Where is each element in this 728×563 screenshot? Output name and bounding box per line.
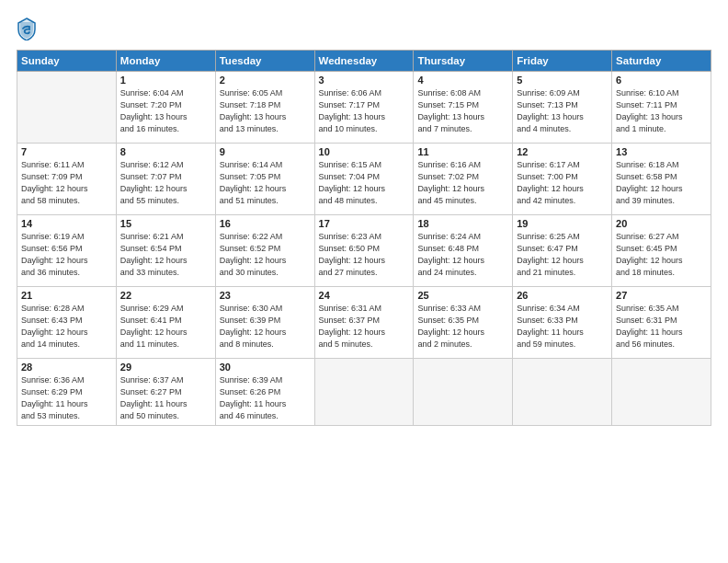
day-number: 6: [616, 75, 707, 86]
day-number: 4: [417, 75, 508, 86]
logo-icon: [17, 17, 37, 40]
day-info: Sunrise: 6:08 AM Sunset: 7:15 PM Dayligh…: [417, 87, 508, 135]
day-cell: 11Sunrise: 6:16 AM Sunset: 7:02 PM Dayli…: [414, 144, 513, 215]
col-header-friday: Friday: [513, 51, 612, 72]
day-cell: 30Sunrise: 6:39 AM Sunset: 6:26 PM Dayli…: [215, 359, 314, 426]
day-info: Sunrise: 6:29 AM Sunset: 6:41 PM Dayligh…: [120, 303, 211, 350]
day-number: 13: [616, 146, 707, 157]
day-info: Sunrise: 6:25 AM Sunset: 6:47 PM Dayligh…: [517, 231, 608, 279]
day-info: Sunrise: 6:39 AM Sunset: 6:26 PM Dayligh…: [220, 374, 311, 422]
day-info: Sunrise: 6:23 AM Sunset: 6:50 PM Dayligh…: [319, 231, 410, 279]
week-row-4: 21Sunrise: 6:28 AM Sunset: 6:43 PM Dayli…: [17, 287, 711, 359]
day-info: Sunrise: 6:18 AM Sunset: 6:58 PM Dayligh…: [616, 159, 707, 207]
day-cell: 19Sunrise: 6:25 AM Sunset: 6:47 PM Dayli…: [513, 215, 612, 287]
day-number: 25: [417, 290, 508, 301]
day-cell: 9Sunrise: 6:14 AM Sunset: 7:05 PM Daylig…: [215, 144, 314, 215]
day-number: 14: [21, 218, 112, 229]
day-info: Sunrise: 6:21 AM Sunset: 6:54 PM Dayligh…: [120, 231, 211, 279]
day-number: 29: [120, 362, 211, 373]
day-cell: 15Sunrise: 6:21 AM Sunset: 6:54 PM Dayli…: [116, 215, 215, 287]
day-cell: 8Sunrise: 6:12 AM Sunset: 7:07 PM Daylig…: [116, 144, 215, 215]
day-number: 24: [319, 290, 410, 301]
day-cell: [414, 359, 513, 426]
day-info: Sunrise: 6:06 AM Sunset: 7:17 PM Dayligh…: [319, 87, 410, 135]
day-number: 7: [21, 146, 112, 157]
day-cell: 21Sunrise: 6:28 AM Sunset: 6:43 PM Dayli…: [17, 287, 117, 359]
day-number: 27: [616, 290, 707, 301]
calendar: SundayMondayTuesdayWednesdayThursdayFrid…: [17, 50, 711, 426]
day-info: Sunrise: 6:33 AM Sunset: 6:35 PM Dayligh…: [417, 303, 508, 350]
day-number: 2: [220, 75, 311, 86]
day-info: Sunrise: 6:24 AM Sunset: 6:48 PM Dayligh…: [417, 231, 508, 279]
day-info: Sunrise: 6:10 AM Sunset: 7:11 PM Dayligh…: [616, 87, 707, 135]
day-info: Sunrise: 6:19 AM Sunset: 6:56 PM Dayligh…: [21, 231, 112, 279]
header-row: SundayMondayTuesdayWednesdayThursdayFrid…: [17, 51, 711, 72]
day-cell: 26Sunrise: 6:34 AM Sunset: 6:33 PM Dayli…: [513, 287, 612, 359]
day-info: Sunrise: 6:35 AM Sunset: 6:31 PM Dayligh…: [616, 303, 707, 350]
day-cell: [513, 359, 612, 426]
day-cell: 4Sunrise: 6:08 AM Sunset: 7:15 PM Daylig…: [414, 72, 513, 144]
day-cell: 14Sunrise: 6:19 AM Sunset: 6:56 PM Dayli…: [17, 215, 117, 287]
day-info: Sunrise: 6:28 AM Sunset: 6:43 PM Dayligh…: [21, 303, 112, 350]
day-info: Sunrise: 6:14 AM Sunset: 7:05 PM Dayligh…: [220, 159, 311, 207]
day-cell: 5Sunrise: 6:09 AM Sunset: 7:13 PM Daylig…: [513, 72, 612, 144]
day-info: Sunrise: 6:36 AM Sunset: 6:29 PM Dayligh…: [21, 374, 112, 422]
day-cell: 25Sunrise: 6:33 AM Sunset: 6:35 PM Dayli…: [414, 287, 513, 359]
day-info: Sunrise: 6:16 AM Sunset: 7:02 PM Dayligh…: [417, 159, 508, 207]
day-info: Sunrise: 6:17 AM Sunset: 7:00 PM Dayligh…: [517, 159, 608, 207]
header: [17, 17, 711, 40]
day-number: 9: [220, 146, 311, 157]
day-cell: 24Sunrise: 6:31 AM Sunset: 6:37 PM Dayli…: [314, 287, 414, 359]
page: SundayMondayTuesdayWednesdayThursdayFrid…: [0, 0, 728, 563]
day-number: 22: [120, 290, 211, 301]
logo: [17, 17, 39, 40]
day-info: Sunrise: 6:27 AM Sunset: 6:45 PM Dayligh…: [616, 231, 707, 279]
day-cell: 7Sunrise: 6:11 AM Sunset: 7:09 PM Daylig…: [17, 144, 117, 215]
col-header-saturday: Saturday: [612, 51, 711, 72]
day-number: 23: [220, 290, 311, 301]
day-cell: 16Sunrise: 6:22 AM Sunset: 6:52 PM Dayli…: [215, 215, 314, 287]
day-number: 28: [21, 362, 112, 373]
day-number: 10: [319, 146, 410, 157]
day-cell: 18Sunrise: 6:24 AM Sunset: 6:48 PM Dayli…: [414, 215, 513, 287]
day-cell: 3Sunrise: 6:06 AM Sunset: 7:17 PM Daylig…: [314, 72, 414, 144]
day-number: 18: [417, 218, 508, 229]
day-cell: 6Sunrise: 6:10 AM Sunset: 7:11 PM Daylig…: [612, 72, 711, 144]
day-number: 12: [517, 146, 608, 157]
day-cell: 13Sunrise: 6:18 AM Sunset: 6:58 PM Dayli…: [612, 144, 711, 215]
day-number: 17: [319, 218, 410, 229]
week-row-5: 28Sunrise: 6:36 AM Sunset: 6:29 PM Dayli…: [17, 359, 711, 426]
day-info: Sunrise: 6:37 AM Sunset: 6:27 PM Dayligh…: [120, 374, 211, 422]
day-cell: [612, 359, 711, 426]
day-number: 1: [120, 75, 211, 86]
day-cell: 27Sunrise: 6:35 AM Sunset: 6:31 PM Dayli…: [612, 287, 711, 359]
col-header-thursday: Thursday: [414, 51, 513, 72]
col-header-tuesday: Tuesday: [215, 51, 314, 72]
day-cell: 1Sunrise: 6:04 AM Sunset: 7:20 PM Daylig…: [116, 72, 215, 144]
day-number: 8: [120, 146, 211, 157]
day-number: 16: [220, 218, 311, 229]
day-number: 15: [120, 218, 211, 229]
week-row-1: 1Sunrise: 6:04 AM Sunset: 7:20 PM Daylig…: [17, 72, 711, 144]
day-info: Sunrise: 6:05 AM Sunset: 7:18 PM Dayligh…: [220, 87, 311, 135]
day-cell: 12Sunrise: 6:17 AM Sunset: 7:00 PM Dayli…: [513, 144, 612, 215]
day-info: Sunrise: 6:11 AM Sunset: 7:09 PM Dayligh…: [21, 159, 112, 207]
day-info: Sunrise: 6:34 AM Sunset: 6:33 PM Dayligh…: [517, 303, 608, 350]
col-header-wednesday: Wednesday: [314, 51, 414, 72]
day-cell: [17, 72, 117, 144]
day-cell: [314, 359, 414, 426]
day-cell: 28Sunrise: 6:36 AM Sunset: 6:29 PM Dayli…: [17, 359, 117, 426]
day-number: 20: [616, 218, 707, 229]
day-info: Sunrise: 6:15 AM Sunset: 7:04 PM Dayligh…: [319, 159, 410, 207]
day-number: 19: [517, 218, 608, 229]
day-info: Sunrise: 6:04 AM Sunset: 7:20 PM Dayligh…: [120, 87, 211, 135]
day-info: Sunrise: 6:09 AM Sunset: 7:13 PM Dayligh…: [517, 87, 608, 135]
day-number: 5: [517, 75, 608, 86]
day-number: 3: [319, 75, 410, 86]
day-cell: 22Sunrise: 6:29 AM Sunset: 6:41 PM Dayli…: [116, 287, 215, 359]
day-cell: 29Sunrise: 6:37 AM Sunset: 6:27 PM Dayli…: [116, 359, 215, 426]
day-cell: 20Sunrise: 6:27 AM Sunset: 6:45 PM Dayli…: [612, 215, 711, 287]
col-header-sunday: Sunday: [17, 51, 117, 72]
day-cell: 2Sunrise: 6:05 AM Sunset: 7:18 PM Daylig…: [215, 72, 314, 144]
col-header-monday: Monday: [116, 51, 215, 72]
